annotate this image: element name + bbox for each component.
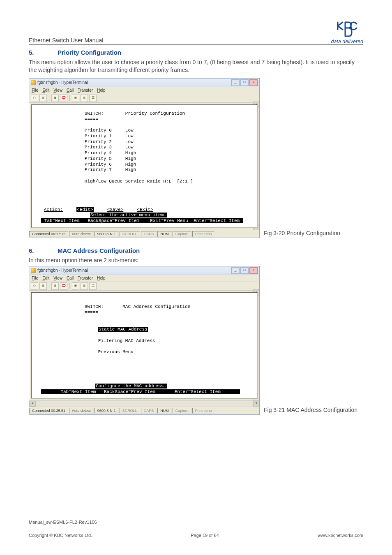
app-icon <box>31 268 36 273</box>
status-time: Connected 00:17:12 <box>29 231 68 237</box>
toolbar-new-icon[interactable]: ▢ <box>31 282 38 290</box>
status-conn: 9600 8-N-1 <box>95 231 119 237</box>
figure-3-21-caption: Fig 3-21 MAC Address Configuration <box>264 407 357 415</box>
page-footer: Manual_sw-ESML6-FL2-Rev1106 Copyright © … <box>29 520 363 538</box>
menu-call[interactable]: Call <box>67 276 74 280</box>
maximize-button[interactable]: □ <box>240 267 249 274</box>
kbc-logo: data delivered <box>331 21 363 44</box>
status-caps: CAPS <box>141 408 157 414</box>
menu-file[interactable]: File <box>32 88 38 92</box>
menu-transfer[interactable]: Transfer <box>78 88 93 92</box>
footer-manual-id: Manual_sw-ESML6-FL2-Rev1106 <box>29 520 363 525</box>
terminal-screen[interactable]: SWITCH: MAC Address Configuration ===== … <box>31 292 258 399</box>
window-title: fgbnsfhgbn - HyperTerminal <box>37 268 88 273</box>
menu-file[interactable]: File <box>32 276 38 280</box>
toolbar: ▢ ▤ ☎ ⛔ ▣ ▥ ☰ <box>29 282 259 291</box>
toolbar-open-icon[interactable]: ▤ <box>39 95 47 102</box>
section-5-body: This menu option allows the user to choo… <box>29 58 363 74</box>
menu-edit[interactable]: Edit <box>42 88 49 92</box>
toolbar-send-icon[interactable]: ▣ <box>72 95 79 102</box>
menu-bar[interactable]: File Edit View Call Transfer Help <box>29 87 259 94</box>
status-scroll: SCROLL <box>120 408 140 414</box>
header-title: Ethernet Switch User Manual <box>29 37 103 44</box>
status-num: NUM <box>157 408 172 414</box>
status-caps: CAPS <box>141 231 157 237</box>
footer-url: www.kbcnetworks.com <box>318 533 363 538</box>
menu-bar[interactable]: File Edit View Call Transfer Help <box>29 275 259 282</box>
status-detect: Auto detect <box>69 231 94 237</box>
section-6-title: MAC Address Configuration <box>58 247 140 254</box>
menu-call[interactable]: Call <box>67 88 74 92</box>
titlebar[interactable]: fgbnsfhgbn - HyperTerminal _ □ × <box>29 266 259 275</box>
toolbar-call-icon[interactable]: ☎ <box>51 95 59 102</box>
section-6-heading: 6. MAC Address Configuration <box>29 247 363 254</box>
minimize-button[interactable]: _ <box>231 79 240 86</box>
status-echo: Print echo <box>192 231 215 237</box>
status-time: Connected 00:25:51 <box>29 408 68 414</box>
section-5-title: Priority Configuration <box>58 49 121 56</box>
menu-help[interactable]: Help <box>97 88 106 92</box>
status-num: NUM <box>157 231 172 237</box>
scroll-left-icon[interactable]: ◄ <box>29 401 36 407</box>
footer-page: Page 19 of 64 <box>191 533 219 538</box>
window-title: fgbnsfhgbn - HyperTerminal <box>37 80 88 85</box>
section-6-number: 6. <box>29 247 41 254</box>
kbc-logo-icon <box>336 21 358 38</box>
section-5-number: 5. <box>29 49 41 56</box>
menu-view[interactable]: View <box>53 88 62 92</box>
toolbar-open-icon[interactable]: ▤ <box>39 282 47 290</box>
toolbar-recv-icon[interactable]: ▥ <box>81 282 88 290</box>
toolbar-props-icon[interactable]: ☰ <box>89 282 97 290</box>
menu-view[interactable]: View <box>53 276 62 280</box>
figure-3-20-caption: Fig 3-20 Priority Configuration <box>264 230 340 238</box>
footer-copyright: Copyright © KBC Networks Ltd. <box>29 533 92 538</box>
scroll-down-icon[interactable]: ▼ <box>254 400 259 407</box>
status-scroll: SCROLL <box>120 231 140 237</box>
app-icon <box>31 80 36 85</box>
status-bar: Connected 00:25:51 Auto detect 9600 8-N-… <box>29 407 259 414</box>
hyperterminal-window-mac: fgbnsfhgbn - HyperTerminal _ □ × File Ed… <box>29 266 260 415</box>
menu-edit[interactable]: Edit <box>42 276 49 280</box>
toolbar-hangup-icon[interactable]: ⛔ <box>60 95 67 102</box>
toolbar-hangup-icon[interactable]: ⛔ <box>60 282 67 290</box>
menu-help[interactable]: Help <box>97 276 106 280</box>
menu-transfer[interactable]: Transfer <box>78 276 93 280</box>
toolbar-recv-icon[interactable]: ▥ <box>81 95 88 102</box>
status-capture: Capture <box>173 408 191 414</box>
close-button[interactable]: × <box>249 267 258 274</box>
status-detect: Auto detect <box>69 408 94 414</box>
maximize-button[interactable]: □ <box>240 79 249 86</box>
titlebar[interactable]: fgbnsfhgbn - HyperTerminal _ □ × <box>29 79 259 87</box>
minimize-button[interactable]: _ <box>231 267 240 274</box>
logo-caption: data delivered <box>331 39 363 44</box>
status-echo: Print echo <box>192 408 215 414</box>
toolbar: ▢ ▤ ☎ ⛔ ▣ ▥ ☰ <box>29 94 259 103</box>
toolbar-call-icon[interactable]: ☎ <box>51 282 59 290</box>
close-button[interactable]: × <box>249 79 258 86</box>
status-conn: 9600 8-N-1 <box>95 408 119 414</box>
status-bar: Connected 00:17:12 Auto detect 9600 8-N-… <box>29 230 259 238</box>
hyperterminal-window-priority: fgbnsfhgbn - HyperTerminal _ □ × File Ed… <box>29 78 260 238</box>
section-5-heading: 5. Priority Configuration <box>29 49 363 56</box>
terminal-screen[interactable]: SWITCH: Priority Configuration ===== Pri… <box>31 104 258 228</box>
toolbar-props-icon[interactable]: ☰ <box>89 95 97 102</box>
section-6-intro: In this menu option there are 2 sub-menu… <box>29 257 363 264</box>
toolbar-send-icon[interactable]: ▣ <box>72 282 79 290</box>
horizontal-scrollbar[interactable]: ◄ ► <box>29 400 259 407</box>
page-header: Ethernet Switch User Manual data deliver… <box>29 21 363 45</box>
toolbar-new-icon[interactable]: ▢ <box>31 95 38 102</box>
status-capture: Capture <box>173 231 191 237</box>
